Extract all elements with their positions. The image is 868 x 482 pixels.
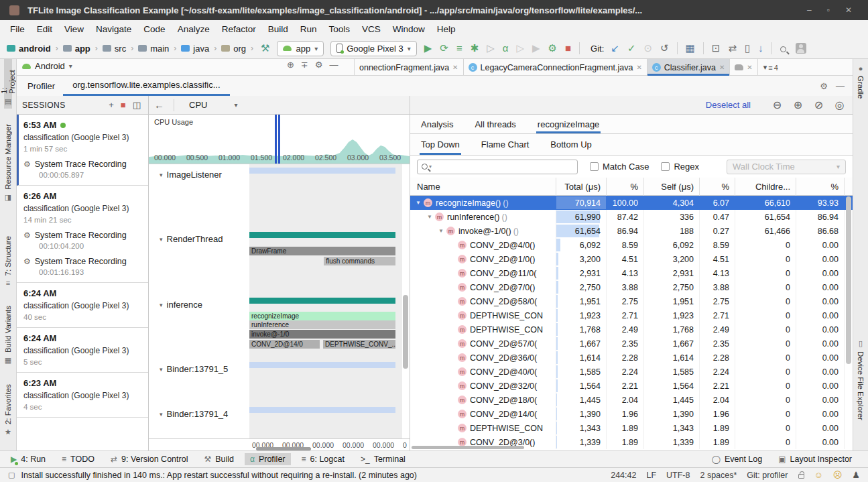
run-config-selector[interactable]: app▾ <box>277 41 324 56</box>
tool-button-layout-inspector[interactable]: ▣Layout Inspector <box>773 453 857 465</box>
status-message[interactable]: Install successfully finished in 140 ms.… <box>21 471 417 480</box>
thread-label-inference[interactable]: ▾inference <box>160 300 202 310</box>
status-segment-244-42[interactable]: 244:42 <box>611 471 636 480</box>
trace-recording[interactable]: ⚙System Trace Recording <box>23 231 144 240</box>
tree-arrow-icon[interactable]: ▼ <box>438 228 446 234</box>
settings-icon[interactable]: ⚙ <box>816 81 832 91</box>
collapse-all-icon[interactable]: ∓ <box>298 60 312 70</box>
trace-bar-conv-2d-14-0[interactable]: CONV_2D@14/0 <box>249 340 320 349</box>
tool-button-2-favorites[interactable]: ★2: Favorites <box>4 372 12 439</box>
trace-bar-runinference[interactable]: runInference <box>249 320 395 329</box>
table-row[interactable]: ▼mrecognizeImage()()70,914100.004,3046.0… <box>410 196 853 210</box>
search-everywhere-icon[interactable] <box>776 43 790 54</box>
range-selection-end[interactable] <box>278 115 280 164</box>
trace-bar-drawframe[interactable]: DrawFrame <box>249 247 395 255</box>
column-header-[interactable]: % <box>796 178 845 196</box>
clock-type-selector[interactable]: Wall Clock Time▾ <box>727 160 846 174</box>
session-item[interactable]: 6:23 AMclassification (Google Pixel 3)4 … <box>17 373 148 418</box>
breadcrumb-org[interactable]: org <box>220 42 247 55</box>
tool-button-7-structure[interactable]: ≡7: Structure <box>4 221 12 290</box>
trace-bar-flush-commands[interactable]: flush commands <box>324 257 395 265</box>
tree-arrow-icon[interactable]: ▼ <box>427 214 435 220</box>
close-tab-icon[interactable]: ✕ <box>452 64 458 71</box>
checkbox-icon[interactable] <box>590 162 599 171</box>
profile-disabled-icon[interactable]: ▶ <box>528 42 544 54</box>
lock-icon[interactable] <box>798 474 804 479</box>
menu-run[interactable]: Run <box>294 22 323 36</box>
git-update-icon[interactable]: ↙ <box>607 42 623 54</box>
table-row[interactable]: mCONV_2D@7/0()2,7503.882,7503.8800.00 <box>410 280 853 294</box>
tool-button-build[interactable]: ⚒Build <box>198 453 239 465</box>
profiler-session-tab[interactable]: org.tensorflow.lite.examples.classific..… <box>63 76 229 96</box>
editor-tab-gradle[interactable]: ✕ <box>730 59 757 76</box>
session-item[interactable]: 6:26 AMclassification (Google Pixel 3)14… <box>17 186 148 283</box>
zoom-in-icon[interactable]: ⊕ <box>792 99 804 111</box>
table-row[interactable]: ▼minvoke@-1/0()()61,65486.941880.2761,46… <box>410 224 853 238</box>
table-row[interactable]: mDEPTHWISE_CON1,7682.491,7682.4900.00 <box>410 322 853 337</box>
project-view-selector[interactable]: Android▾ <box>22 61 72 71</box>
table-row[interactable]: mCONV_2D@57/0(1,6672.351,6672.3500.00 <box>410 337 853 351</box>
table-row[interactable]: mCONV_2D@58/0(1,9512.751,9512.7500.00 <box>410 294 853 308</box>
happy-face-icon[interactable]: ☺ <box>814 470 823 480</box>
tab-recognizeimage[interactable]: recognizeImage <box>536 115 601 133</box>
status-segment-utf-8[interactable]: UTF-8 <box>666 471 690 480</box>
stop-session-icon[interactable]: ■ <box>119 100 128 110</box>
trace-bar-recognizeimage[interactable]: recognizeImage <box>249 312 395 320</box>
inspections-icon[interactable]: ♟ <box>852 470 860 480</box>
checkbox-icon[interactable] <box>661 162 670 171</box>
settings-icon[interactable]: ⚙ <box>312 60 326 70</box>
table-row[interactable]: mCONV_2D@32/0(1,5642.211,5642.2100.00 <box>410 379 853 393</box>
device-selector[interactable]: Google Pixel 3▾ <box>330 41 417 56</box>
debug-icon[interactable]: ✱ <box>467 42 483 54</box>
thread-label-binder-13791-5[interactable]: ▾Binder:13791_5 <box>160 364 228 374</box>
menu-help[interactable]: Help <box>431 22 462 36</box>
reset-zoom-icon[interactable]: ⊘ <box>812 99 825 111</box>
close-tab-icon[interactable]: ✕ <box>636 64 641 71</box>
close-tab-icon[interactable]: ✕ <box>719 64 725 71</box>
menu-edit[interactable]: Edit <box>31 22 58 36</box>
tool-button-todo[interactable]: ≡TODO <box>56 453 100 465</box>
profiler-view-selector[interactable]: CPU▾ <box>184 100 237 110</box>
tool-button-profiler[interactable]: αProfiler <box>245 453 291 465</box>
tab-overflow-button[interactable]: ▾≡4 <box>758 59 784 76</box>
record-icon[interactable]: ⚙ <box>544 42 561 54</box>
menu-tools[interactable]: Tools <box>323 22 357 36</box>
close-tab-icon[interactable]: ✕ <box>747 64 752 71</box>
table-row[interactable]: mCONV_2D@36/0(1,6142.281,6142.2800.00 <box>410 351 853 365</box>
breadcrumb-java[interactable]: java <box>180 42 210 55</box>
table-row[interactable]: mCONV_2D@14/0(1,3901.961,3901.9600.00 <box>410 407 853 421</box>
column-header-childre[interactable]: Childre... <box>735 178 796 196</box>
sdk-manager-icon[interactable]: ▯ <box>741 42 754 54</box>
breadcrumb-main[interactable]: main <box>137 42 170 55</box>
deselect-all-link[interactable]: Deselect all <box>706 100 751 110</box>
menu-navigate[interactable]: Navigate <box>90 22 137 36</box>
tool-button-event-log[interactable]: ◯Event Log <box>706 453 768 465</box>
menu-refactor[interactable]: Refactor <box>216 22 262 36</box>
profile-icon[interactable]: α <box>499 42 513 54</box>
table-row[interactable]: mCONV_2D@40/0(1,5852.241,5852.2400.00 <box>410 365 853 379</box>
tool-button-terminal[interactable]: >_Terminal <box>355 453 411 465</box>
table-vertical-scrollbar[interactable] <box>846 196 851 364</box>
column-header-total-s[interactable]: Total (μs) <box>556 178 607 196</box>
git-history-icon[interactable]: ⊙ <box>639 42 656 54</box>
table-row[interactable]: mCONV_2D@11/0(2,9314.132,9314.1300.00 <box>410 266 853 280</box>
table-row[interactable]: ▼mrunInference()()61,99087.423360.4761,6… <box>410 210 853 224</box>
stop-icon[interactable]: ■ <box>561 42 575 54</box>
close-button[interactable]: ✕ <box>845 5 852 15</box>
range-selection-start[interactable] <box>275 115 277 164</box>
editor-tab-legacycameraconnectionfragment-java[interactable]: cLegacyCameraConnectionFragment.java✕ <box>464 59 647 76</box>
tab-analysis[interactable]: Analysis <box>420 115 454 133</box>
session-item[interactable]: 6:24 AMclassification (Google Pixel 3)5 … <box>17 328 148 373</box>
tool-button-gradle[interactable]: ●Gradle <box>857 62 865 115</box>
hide-panel-icon[interactable]: — <box>326 60 341 70</box>
table-horizontal-scrollbar[interactable] <box>412 446 524 449</box>
git-rollback-icon[interactable]: ↺ <box>656 42 673 54</box>
attach-debugger-icon[interactable]: ▷ <box>483 42 499 54</box>
session-item[interactable]: 6:24 AMclassification (Google Pixel 3)40… <box>17 283 148 328</box>
table-row[interactable]: mCONV_2D@18/0(1,4452.041,4452.0400.00 <box>410 393 853 407</box>
trace-recording[interactable]: ⚙System Trace Recording <box>23 257 144 266</box>
trace-bar-invoke-1-0[interactable]: invoke@-1/0 <box>249 330 395 339</box>
device-manager-icon[interactable]: ⊡ <box>708 42 725 54</box>
thread-label-renderthread[interactable]: ▾RenderThread <box>160 234 223 244</box>
run-icon[interactable]: ▶ <box>420 42 436 54</box>
